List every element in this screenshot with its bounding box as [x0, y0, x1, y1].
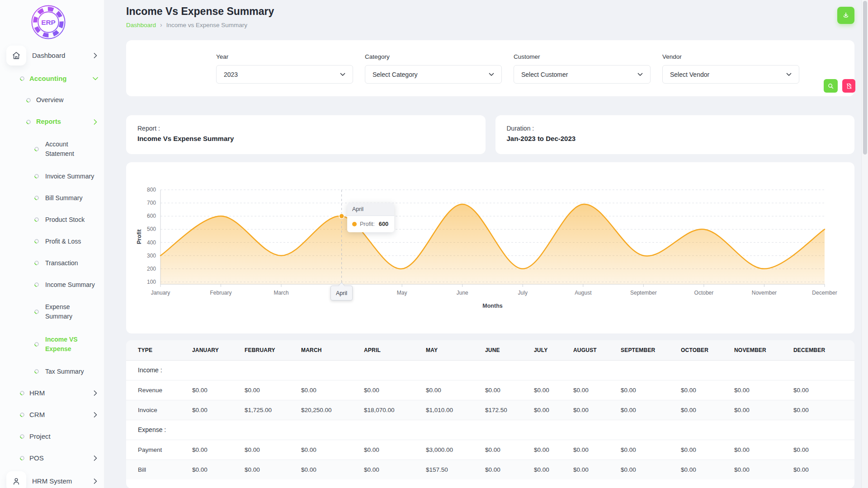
sidebar-item-transaction[interactable]: Transaction [0, 252, 104, 274]
bullet-icon [19, 390, 25, 396]
report-label: Report : [137, 125, 474, 132]
amount-cell: $1,725.00 [245, 400, 301, 420]
year-filter-group: Year2023 [216, 53, 353, 84]
amount-cell: $0.00 [793, 400, 854, 420]
table-row-invoice: Invoice$0.00$1,725.00$20,250.00$18,070.0… [126, 400, 854, 420]
amount-cell: $0.00 [734, 380, 793, 400]
page-header: Income Vs Expense Summary Dashboard › In… [126, 5, 854, 28]
svg-text:500: 500 [147, 226, 156, 232]
amount-cell: $1,010.00 [426, 400, 485, 420]
sidebar-item-income-summary[interactable]: Income Summary [0, 274, 104, 296]
sidebar-item-invoice-summary[interactable]: Invoice Summary [0, 165, 104, 187]
svg-text:December: December [812, 290, 837, 296]
svg-text:300: 300 [147, 253, 156, 259]
amount-cell: $0.00 [534, 440, 573, 460]
sidebar-item-label: Reports [36, 117, 61, 127]
sidebar-item-label: Accounting [29, 74, 67, 84]
sidebar-item-dashboard[interactable]: Dashboard [0, 43, 104, 68]
sidebar-item-label: Invoice Summary [45, 172, 94, 181]
sidebar-item-profit-loss[interactable]: Profit & Loss [0, 230, 104, 252]
amount-cell: $0.00 [681, 400, 734, 420]
scrollbar-thumb[interactable] [863, 1, 867, 155]
search-button[interactable] [824, 79, 838, 93]
sidebar-item-accounting[interactable]: Accounting [0, 68, 104, 89]
column-header-november: NOVEMBER [734, 340, 793, 360]
breadcrumb-current: Income vs Expense Summary [166, 22, 247, 28]
sidebar-item-pos[interactable]: POS [0, 447, 104, 469]
column-header-march: MARCH [301, 340, 364, 360]
chevron-down-icon [340, 73, 345, 76]
category-select-value: Select Category [373, 71, 418, 78]
sidebar-item-hrm-system[interactable]: HRM System [0, 469, 104, 488]
profit-area-chart[interactable]: 100200300400500600700800JanuaryFebruaryM… [126, 162, 854, 333]
chevron-down-icon [637, 73, 643, 76]
customer-select[interactable]: Select Customer [514, 65, 651, 84]
sidebar-item-reports[interactable]: Reports [0, 111, 104, 133]
svg-text:May: May [397, 290, 407, 296]
sidebar-item-expense-summary[interactable]: Expense Summary [0, 296, 104, 328]
bullet-icon [25, 119, 32, 125]
user-icon [6, 471, 26, 488]
bullet-icon [19, 433, 25, 440]
table-row-payment: Payment$0.00$0.00$0.00$0.00$3,000.00$0.0… [126, 440, 854, 460]
amount-cell: $157.50 [426, 460, 485, 479]
year-select[interactable]: 2023 [216, 65, 353, 84]
bullet-icon [19, 75, 25, 82]
sidebar-item-hrm[interactable]: HRM [0, 382, 104, 404]
duration-value: Jan-2023 to Dec-2023 [507, 135, 844, 142]
category-filter-label: Category [365, 53, 502, 60]
sidebar-item-tax-summary[interactable]: Tax Summary [0, 361, 104, 382]
sidebar-item-label: POS [29, 453, 44, 464]
tooltip-value: 600 [379, 221, 389, 227]
chevron-down-icon [93, 77, 98, 80]
sidebar-item-overview[interactable]: Overview [0, 89, 104, 111]
sidebar-item-product-stock[interactable]: Product Stock [0, 209, 104, 230]
sidebar-item-label: Transaction [45, 258, 78, 268]
filter-panel: Year2023CategorySelect CategoryCustomerS… [126, 40, 854, 96]
page-scrollbar[interactable] [861, 0, 868, 488]
bullet-icon [33, 368, 40, 375]
amount-cell: $0.00 [192, 460, 245, 479]
chevron-right-icon [94, 119, 97, 125]
bullet-icon [33, 341, 40, 347]
section-label: Expense : [126, 420, 854, 440]
vendor-select[interactable]: Select Vendor [662, 65, 799, 84]
category-filter-group: CategorySelect Category [365, 53, 502, 84]
duration-card: Duration : Jan-2023 to Dec-2023 [495, 115, 855, 154]
year-filter-label: Year [216, 53, 353, 60]
app-logo[interactable]: ERP [0, 0, 104, 43]
sidebar-item-project[interactable]: Project [0, 426, 104, 447]
sidebar-item-bill-summary[interactable]: Bill Summary [0, 187, 104, 209]
bullet-icon [33, 216, 40, 223]
amount-cell: $0.00 [534, 380, 573, 400]
chevron-right-icon [94, 390, 97, 396]
sidebar-item-account-statement[interactable]: Account Statement [0, 133, 104, 165]
sidebar-item-label: CRM [29, 410, 45, 420]
amount-cell: $0.00 [485, 380, 534, 400]
sidebar-item-income-vs-expense[interactable]: Income VS Expense [0, 328, 104, 361]
amount-cell: $0.00 [301, 380, 364, 400]
chart-tooltip: April Profit: 600 [347, 203, 394, 232]
reset-filter-button[interactable] [842, 79, 855, 93]
amount-cell: $0.00 [573, 460, 621, 479]
amount-cell: $0.00 [364, 460, 426, 479]
vendor-filter-label: Vendor [662, 53, 799, 60]
category-select[interactable]: Select Category [365, 65, 502, 84]
svg-text:February: February [210, 290, 232, 296]
amount-cell: $0.00 [192, 440, 245, 460]
amount-cell: $0.00 [301, 460, 364, 479]
erp-logo-icon: ERP [31, 5, 66, 40]
income-expense-table: TYPEJANUARYFEBRUARYMARCHAPRILMAYJUNEJULY… [126, 340, 854, 479]
sidebar-item-crm[interactable]: CRM [0, 404, 104, 426]
amount-cell: $172.50 [485, 400, 534, 420]
table-row-revenue: Revenue$0.00$0.00$0.00$0.00$0.00$0.00$0.… [126, 380, 854, 400]
breadcrumb-dashboard-link[interactable]: Dashboard [126, 22, 156, 28]
download-button[interactable] [837, 7, 854, 24]
bullet-icon [19, 412, 25, 418]
bullet-icon [33, 195, 40, 201]
bullet-icon [33, 309, 40, 315]
bullet-icon [33, 238, 40, 244]
column-header-february: FEBRUARY [245, 340, 301, 360]
amount-cell: $0.00 [485, 460, 534, 479]
amount-cell: $18,070.00 [364, 400, 426, 420]
